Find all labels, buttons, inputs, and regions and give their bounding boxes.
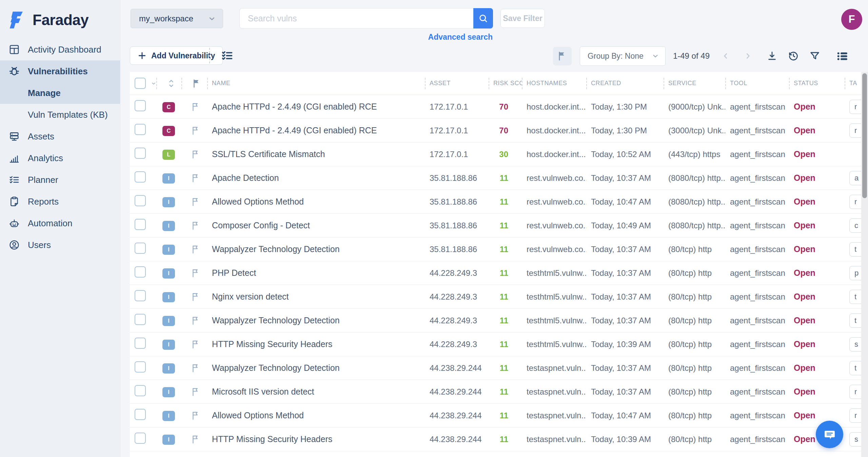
- status-cell[interactable]: Open: [789, 339, 845, 349]
- status-cell[interactable]: Open: [789, 244, 845, 254]
- column-header-tool[interactable]: TOOL: [725, 72, 789, 95]
- row-checkbox[interactable]: [135, 243, 146, 254]
- table-row[interactable]: I Wappalyzer Technology Detection 35.81.…: [130, 237, 868, 261]
- status-cell[interactable]: Open: [789, 268, 845, 278]
- group-by-select[interactable]: Group By: None: [580, 46, 666, 66]
- flag-icon[interactable]: [191, 150, 200, 159]
- row-checkbox[interactable]: [135, 148, 146, 159]
- status-cell[interactable]: Open: [789, 316, 845, 325]
- vuln-name[interactable]: Microsoft IIS version detect: [207, 387, 425, 397]
- flag-icon[interactable]: [191, 173, 200, 183]
- table-row[interactable]: I Microsoft IIS version detect 44.238.29…: [130, 380, 868, 404]
- status-cell[interactable]: Open: [789, 292, 845, 302]
- sidebar-item-reports[interactable]: Reports: [0, 191, 120, 212]
- status-cell[interactable]: Open: [789, 149, 845, 159]
- select-all-checkbox[interactable]: [135, 78, 146, 89]
- column-header-hostnames[interactable]: HOSTNAMES: [522, 72, 586, 95]
- row-checkbox[interactable]: [135, 338, 146, 349]
- column-header-created[interactable]: CREATED: [586, 72, 664, 95]
- vuln-name[interactable]: HTTP Missing Security Headers: [207, 434, 425, 444]
- vuln-name[interactable]: Apache HTTPd - 2.4.49 (CGI enabled) RCE: [207, 126, 425, 135]
- table-row[interactable]: I Allowed Options Method 35.81.188.86 11…: [130, 190, 868, 214]
- vuln-name[interactable]: Wappalyzer Technology Detection: [207, 316, 425, 325]
- table-row[interactable]: I Apache Detection 35.81.188.86 11 rest.…: [130, 166, 868, 190]
- vertical-scrollbar[interactable]: [861, 72, 868, 457]
- vuln-name[interactable]: HTTP Missing Security Headers: [207, 339, 425, 349]
- faraday-logo[interactable]: Faraday: [0, 0, 120, 29]
- flag-icon[interactable]: [191, 316, 200, 325]
- row-checkbox[interactable]: [135, 385, 146, 396]
- column-header-service[interactable]: SERVICE: [664, 72, 725, 95]
- flag-icon[interactable]: [191, 245, 200, 254]
- row-checkbox[interactable]: [135, 314, 146, 325]
- columns-settings-button[interactable]: [836, 50, 849, 62]
- table-row[interactable]: C Apache HTTPd - 2.4.49 (CGI enabled) RC…: [130, 119, 868, 142]
- row-checkbox[interactable]: [135, 433, 146, 444]
- vuln-name[interactable]: Apache Detection: [207, 173, 425, 183]
- flag-icon[interactable]: [191, 126, 200, 135]
- table-row[interactable]: I HTTP Missing Security Headers 44.238.2…: [130, 427, 868, 451]
- flag-icon[interactable]: [191, 340, 200, 349]
- status-cell[interactable]: Open: [789, 221, 845, 230]
- vuln-name[interactable]: Allowed Options Method: [207, 197, 425, 207]
- flag-icon[interactable]: [191, 387, 200, 397]
- sidebar-item-vulnerabilities[interactable]: Vulnerabilities: [0, 60, 120, 82]
- filter-button[interactable]: [809, 51, 820, 61]
- status-cell[interactable]: Open: [789, 126, 845, 135]
- row-checkbox[interactable]: [135, 100, 146, 111]
- select-menu-cell[interactable]: [146, 72, 156, 95]
- table-row[interactable]: I PHP Detect 44.228.249.3 11 testhtml5.v…: [130, 261, 868, 285]
- sidebar-item-assets[interactable]: Assets: [0, 126, 120, 147]
- avatar[interactable]: F: [841, 9, 862, 30]
- column-header-name[interactable]: NAME: [207, 72, 425, 95]
- chat-button[interactable]: [816, 421, 843, 448]
- status-cell[interactable]: Open: [789, 102, 845, 112]
- table-row[interactable]: I Wappalyzer Technology Detection 44.238…: [130, 356, 868, 380]
- table-row[interactable]: I HTTP Missing Security Headers 44.228.2…: [130, 332, 868, 356]
- history-button[interactable]: [788, 50, 799, 62]
- status-cell[interactable]: Open: [789, 363, 845, 373]
- flag-filter-button[interactable]: [553, 47, 572, 65]
- save-filter-button[interactable]: Save Filter: [500, 9, 545, 28]
- scrollbar-thumb[interactable]: [862, 73, 867, 198]
- table-row[interactable]: I Composer Config - Detect 35.81.188.86 …: [130, 214, 868, 237]
- sidebar-item-activity-dashboard[interactable]: Activity Dashboard: [0, 39, 120, 60]
- row-checkbox[interactable]: [135, 290, 146, 301]
- vuln-name[interactable]: Wappalyzer Technology Detection: [207, 244, 425, 254]
- table-row[interactable]: I Allowed Options Method 44.238.29.244 1…: [130, 404, 868, 427]
- sidebar-item-automation[interactable]: Automation: [0, 212, 120, 234]
- vuln-name[interactable]: Apache HTTPd - 2.4.49 (CGI enabled) RCE: [207, 102, 425, 112]
- row-checkbox[interactable]: [135, 266, 146, 278]
- advanced-search-link[interactable]: Advanced search: [239, 33, 493, 42]
- flag-column-header[interactable]: [181, 72, 207, 95]
- flag-icon[interactable]: [191, 197, 200, 207]
- prev-page-button[interactable]: [721, 52, 730, 60]
- table-row[interactable]: I Wappalyzer Technology Detection 44.228…: [130, 309, 868, 332]
- table-row[interactable]: I Nginx version detect 44.228.249.3 11 t…: [130, 285, 868, 309]
- row-checkbox[interactable]: [135, 361, 146, 373]
- bulk-edit-checklist-icon[interactable]: [221, 49, 234, 62]
- flag-icon[interactable]: [191, 411, 200, 420]
- search-input[interactable]: [239, 8, 473, 28]
- row-checkbox[interactable]: [135, 124, 146, 135]
- sidebar-item-analytics[interactable]: Analytics: [0, 147, 120, 169]
- status-cell[interactable]: Open: [789, 411, 845, 420]
- status-cell[interactable]: Open: [789, 387, 845, 397]
- download-button[interactable]: [767, 51, 777, 61]
- sidebar-item-users[interactable]: Users: [0, 234, 120, 256]
- flag-icon[interactable]: [191, 221, 200, 230]
- flag-icon[interactable]: [191, 292, 200, 302]
- vuln-name[interactable]: Wappalyzer Technology Detection: [207, 363, 425, 373]
- status-cell[interactable]: Open: [789, 173, 845, 183]
- row-checkbox[interactable]: [135, 219, 146, 230]
- flag-icon[interactable]: [191, 435, 200, 444]
- row-checkbox[interactable]: [135, 171, 146, 183]
- flag-icon[interactable]: [191, 268, 200, 278]
- flag-icon[interactable]: [191, 363, 200, 373]
- flag-icon[interactable]: [191, 102, 200, 112]
- vuln-name[interactable]: SSL/TLS Certificate Mismatch: [207, 149, 425, 159]
- workspace-select[interactable]: my_workspace: [131, 9, 223, 28]
- search-button[interactable]: [473, 8, 493, 28]
- table-row[interactable]: C Apache HTTPd - 2.4.49 (CGI enabled) RC…: [130, 95, 868, 119]
- sort-column-header[interactable]: [156, 72, 181, 95]
